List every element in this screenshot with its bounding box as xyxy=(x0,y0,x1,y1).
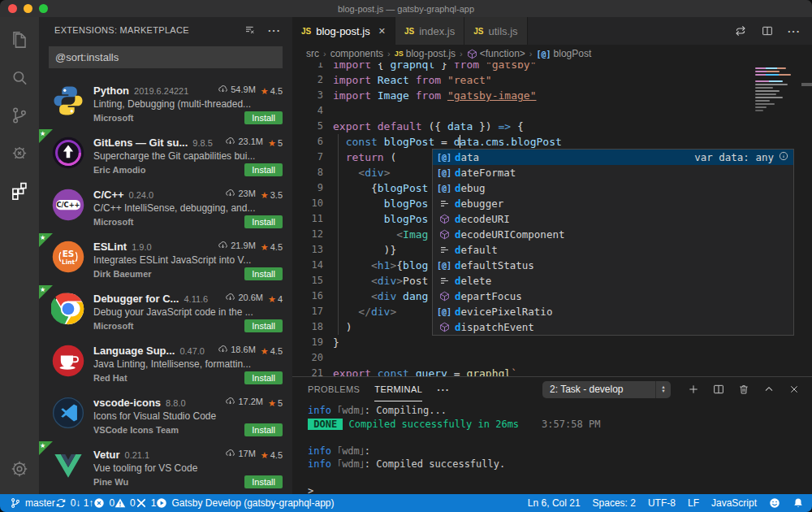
panel-tab-problems[interactable]: PROBLEMS xyxy=(308,377,360,401)
open-changes-icon[interactable] xyxy=(734,24,747,37)
star-icon: ★ xyxy=(268,138,276,149)
status-tools[interactable]: 1 xyxy=(136,497,157,509)
suggest-item[interactable]: decodeURI xyxy=(433,211,793,227)
suggest-item[interactable]: decodeURIComponent xyxy=(433,227,793,242)
line-number: 11 xyxy=(292,211,323,227)
suggest-item[interactable]: debugger xyxy=(433,196,793,211)
install-button[interactable]: Install xyxy=(244,319,283,332)
suggest-item[interactable]: [@] data var data: any xyxy=(433,150,793,165)
install-button[interactable]: Install xyxy=(244,475,283,488)
status-branch[interactable]: master xyxy=(10,497,55,509)
new-terminal-icon[interactable] xyxy=(687,383,700,396)
status-bell[interactable] xyxy=(793,497,804,509)
more-actions-icon[interactable]: ··· xyxy=(268,24,281,37)
install-button[interactable]: Install xyxy=(244,371,283,384)
activity-extensions-icon[interactable] xyxy=(0,171,39,209)
suggest-item[interactable]: dispatchEvent xyxy=(433,319,793,335)
close-tab-icon[interactable]: ✕ xyxy=(378,26,386,37)
extensions-search-input[interactable] xyxy=(49,46,283,68)
breadcrumb-item[interactable]: <function> xyxy=(467,48,525,59)
breadcrumb-item[interactable]: src xyxy=(306,48,319,59)
star-icon: ★ xyxy=(268,398,276,409)
tab-index.js[interactable]: JS index.js xyxy=(395,17,464,45)
status-warning[interactable]: 0 xyxy=(114,497,136,509)
tab-blog-post.js[interactable]: JS blog-post.js ✕ xyxy=(292,17,395,45)
breadcrumb-item[interactable]: components xyxy=(330,48,383,59)
keyword-icon xyxy=(438,245,451,255)
close-window-icon[interactable] xyxy=(8,4,17,13)
extension-item[interactable]: ★ ESLint ESLint 1.9.0 21.9M ★4.5 Integra… xyxy=(39,232,292,284)
suggest-item[interactable]: default xyxy=(433,242,793,258)
line-number: 7 xyxy=(292,150,323,165)
panel-tab-terminal[interactable]: TERMINAL xyxy=(374,377,422,401)
extension-downloads: 21.9M xyxy=(218,240,256,250)
terminal-selector[interactable]: 2: Task - develop ▲▼ xyxy=(542,381,671,398)
panel-more-icon[interactable]: ··· xyxy=(437,384,450,396)
code-editor[interactable]: 1 import { graphql } from "gatsby" 2 imp… xyxy=(292,63,812,376)
line-number: 5 xyxy=(292,119,323,134)
status-ln-6-col-21[interactable]: Ln 6, Col 21 xyxy=(528,497,581,509)
status-smiley[interactable] xyxy=(769,497,780,509)
extension-rating: ★3.5 xyxy=(261,190,283,201)
maximize-panel-icon[interactable] xyxy=(762,383,775,396)
extension-item[interactable]: Python 2019.6.24221 54.9M ★4.5 Linting, … xyxy=(39,76,292,128)
install-button[interactable]: Install xyxy=(244,267,283,280)
status-javascript[interactable]: JavaScript xyxy=(711,497,757,509)
activity-source-control-icon[interactable] xyxy=(0,97,39,134)
breadcrumb-item[interactable]: JSblog-post.js xyxy=(395,48,456,59)
status-sync[interactable]: 0↓ 1↑ xyxy=(55,497,94,509)
extension-item[interactable]: ★ GitLens — Git su... 9.8.5 23.1M ★5 Sup… xyxy=(39,128,292,180)
extension-item[interactable]: C/C++ C/C++ 0.24.0 23M ★3.5 C/C++ Intell… xyxy=(39,180,292,232)
status-spaces-2[interactable]: Spaces: 2 xyxy=(593,497,636,509)
install-button[interactable]: Install xyxy=(244,423,283,436)
kill-terminal-icon[interactable] xyxy=(737,383,750,396)
minimize-window-icon[interactable] xyxy=(24,4,32,13)
bell-icon xyxy=(793,497,804,509)
breadcrumb-item[interactable]: [@]blogPost xyxy=(537,48,592,59)
split-terminal-icon[interactable] xyxy=(712,383,725,396)
install-button[interactable]: Install xyxy=(244,111,283,124)
suggest-item[interactable]: [@] debug xyxy=(433,180,793,196)
suggest-item[interactable]: [@] defaultStatus xyxy=(433,258,793,273)
js-file-icon: JS xyxy=(301,27,311,36)
extension-item[interactable]: vscode-icons 8.8.0 17.2M ★5 Icons for Vi… xyxy=(39,388,292,440)
extension-item[interactable]: ★ Vetur 0.21.1 17M ★4.5 Vue tooling for … xyxy=(39,440,292,492)
tab-label: blog-post.js xyxy=(316,25,369,37)
extension-item[interactable]: Language Sup... 0.47.0 18.6M ★4.5 Java L… xyxy=(39,336,292,388)
maximize-window-icon[interactable] xyxy=(39,4,48,13)
minimap[interactable] xyxy=(754,66,801,113)
clear-filter-icon[interactable] xyxy=(244,24,257,37)
terminal-output[interactable]: info ｢wdm｣: Compiling... DONE Compiled s… xyxy=(292,401,812,498)
info-icon[interactable] xyxy=(779,151,788,163)
eslint-logo-icon: ESLint xyxy=(51,240,85,274)
suggest-item[interactable]: departFocus xyxy=(433,289,793,304)
close-panel-icon[interactable] xyxy=(788,383,801,396)
status-error[interactable]: 0 xyxy=(93,497,114,509)
activity-search-icon[interactable] xyxy=(0,59,39,97)
split-editor-icon[interactable] xyxy=(761,24,774,37)
suggest-item[interactable]: [@] devicePixelRatio xyxy=(433,304,793,319)
status-play[interactable]: Gatsby Develop (gatsby-graphql-app) xyxy=(156,497,334,509)
tab-utils.js[interactable]: JS utils.js xyxy=(464,17,527,45)
activity-explorer-icon[interactable] xyxy=(0,22,39,59)
status-utf-8[interactable]: UTF-8 xyxy=(648,497,676,509)
install-button[interactable]: Install xyxy=(244,163,283,176)
error-icon xyxy=(93,497,105,509)
cpp-logo-icon: C/C++ xyxy=(51,188,85,222)
activity-settings-icon[interactable] xyxy=(0,450,39,488)
install-button[interactable]: Install xyxy=(244,215,283,228)
svg-text:ES: ES xyxy=(63,249,75,258)
minimap-slider[interactable] xyxy=(801,83,812,86)
extension-downloads: 17M xyxy=(225,448,255,458)
extension-publisher: Pine Wu xyxy=(93,477,128,487)
extension-rating: ★5 xyxy=(268,138,283,149)
terminal-line: info ｢wdm｣: xyxy=(308,445,812,458)
extension-downloads: 18.6M xyxy=(218,344,256,354)
editor-more-actions-icon[interactable]: ··· xyxy=(788,25,801,37)
extension-item[interactable]: ★ Debugger for C... 4.11.6 20.6M ★4 Debu… xyxy=(39,284,292,336)
suggest-item[interactable]: [@] dateFormat xyxy=(433,165,793,180)
status-lf[interactable]: LF xyxy=(688,497,699,509)
activity-debug-icon[interactable] xyxy=(0,134,39,171)
extension-rating: ★4.5 xyxy=(261,450,283,461)
suggest-item[interactable]: delete xyxy=(433,273,793,289)
